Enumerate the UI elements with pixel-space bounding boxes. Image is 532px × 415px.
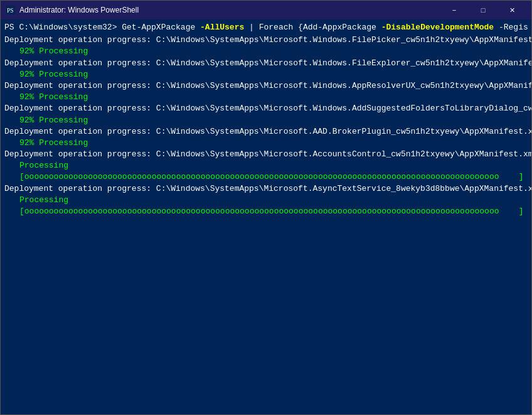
output-line-4: Deployment operation progress: C:\Window… xyxy=(4,103,528,114)
minimize-button[interactable]: − xyxy=(440,1,469,19)
powershell-icon: PS xyxy=(6,5,16,15)
processing-7: Processing xyxy=(4,195,528,206)
output-line-6: Deployment operation progress: C:\Window… xyxy=(4,149,528,160)
maximize-button[interactable]: □ xyxy=(469,1,497,19)
terminal-output: Deployment operation progress: C:\Window… xyxy=(4,35,528,217)
progress-bar-2: [ooooooooooooooooooooooooooooooooooooooo… xyxy=(4,206,528,217)
processing-6: Processing xyxy=(4,160,528,171)
window-title: Administrator: Windows PowerShell xyxy=(19,6,440,14)
processing-1: 92% Processing xyxy=(4,46,528,57)
cmd-pipe: | Foreach {Add-AppxPackage xyxy=(244,23,381,32)
cmd-disabledev: -DisableDevelopmentMode xyxy=(381,23,494,32)
output-line-7: Deployment operation progress: C:\Window… xyxy=(4,183,528,195)
close-button[interactable]: ✕ xyxy=(497,1,526,19)
terminal-area[interactable]: PS C:\Windows\system32> Get-AppXPackage … xyxy=(1,19,531,414)
output-line-2: Deployment operation progress: C:\Window… xyxy=(4,58,528,69)
cmd-allusers: -AllUsers xyxy=(200,23,244,32)
title-bar: PS Administrator: Windows PowerShell − □… xyxy=(1,1,531,19)
processing-5: 92% Processing xyxy=(4,137,528,149)
processing-2: 92% Processing xyxy=(4,69,528,80)
processing-4: 92% Processing xyxy=(4,115,528,126)
window-controls: − □ ✕ xyxy=(440,1,526,19)
output-line-3: Deployment operation progress: C:\Window… xyxy=(4,80,528,92)
cmd-register: -Register xyxy=(494,23,528,32)
svg-text:PS: PS xyxy=(7,7,14,14)
progress-bar-1: [ooooooooooooooooooooooooooooooooooooooo… xyxy=(4,171,528,183)
prompt: PS C:\Windows\system32> xyxy=(4,23,117,32)
powershell-window: PS Administrator: Windows PowerShell − □… xyxy=(0,0,532,415)
command-line: PS C:\Windows\system32> Get-AppXPackage … xyxy=(4,22,528,33)
output-line-1: Deployment operation progress: C:\Window… xyxy=(4,35,528,46)
output-line-5: Deployment operation progress: C:\Window… xyxy=(4,126,528,137)
cmd-get: Get-AppXPackage xyxy=(117,23,200,32)
processing-3: 92% Processing xyxy=(4,92,528,103)
